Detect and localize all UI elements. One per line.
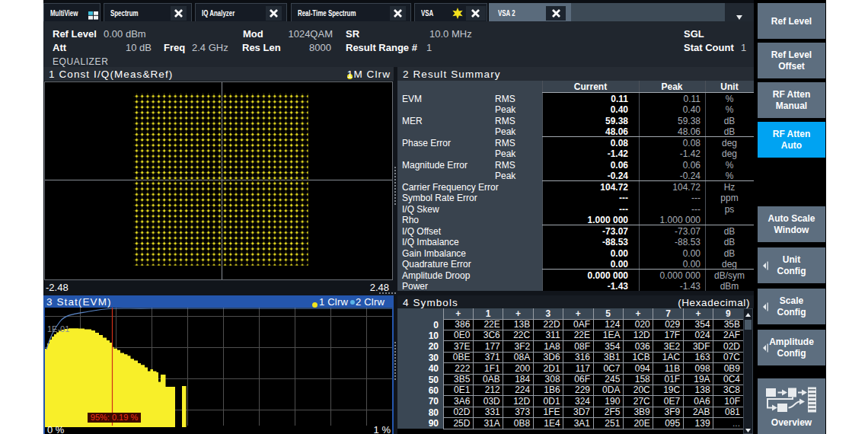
svg-text:1E-01: 1E-01 (47, 324, 69, 333)
